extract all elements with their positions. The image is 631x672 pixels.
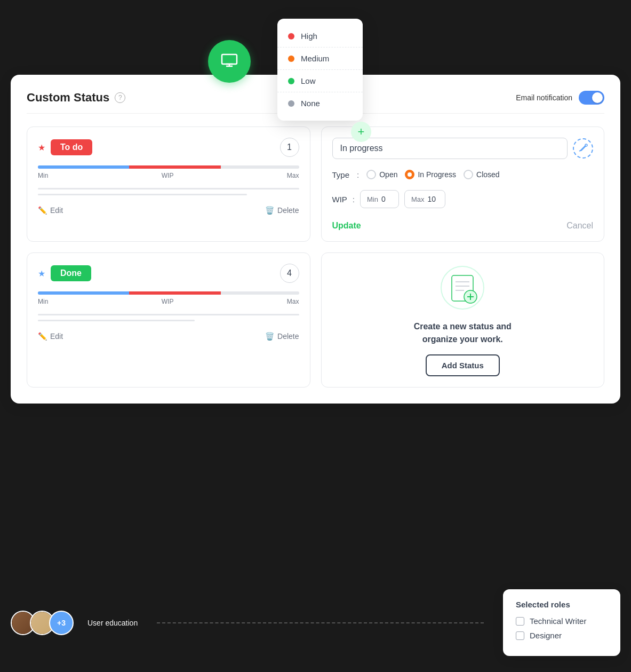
role-label-designer: Designer — [530, 631, 562, 640]
todo-edit-label: Edit — [50, 206, 63, 215]
done-min-label: Min — [38, 298, 48, 305]
page-title: Custom Status — [27, 91, 109, 105]
svg-rect-0 — [222, 54, 237, 64]
wip-max-field: Max 10 — [404, 190, 445, 208]
wip-min-field: Min 0 — [360, 190, 399, 208]
floating-action-button[interactable] — [208, 40, 251, 83]
done-status-card: ★ Done 4 Min WIP Max ✏️ — [27, 252, 310, 388]
type-colon: : — [357, 170, 359, 179]
wip-label: WIP — [332, 195, 347, 204]
wip-max-label: Max — [411, 195, 425, 203]
wip-max-value[interactable]: 10 — [428, 195, 438, 203]
update-button[interactable]: Update — [332, 221, 361, 231]
done-delete-button[interactable]: 🗑️ Delete — [265, 332, 299, 341]
todo-slider-fill — [38, 165, 221, 169]
high-dot — [288, 33, 294, 39]
wip-min-value[interactable]: 0 — [381, 195, 392, 203]
done-count: 4 — [280, 264, 299, 283]
type-closed-option[interactable]: Closed — [464, 170, 500, 179]
type-closed-label: Closed — [476, 170, 500, 179]
delete-icon: 🗑️ — [265, 206, 274, 215]
priority-none-label: None — [301, 99, 320, 108]
done-delete-icon: 🗑️ — [265, 332, 274, 341]
cancel-button[interactable]: Cancel — [566, 221, 593, 231]
done-line-1 — [38, 314, 299, 315]
done-card-footer: ✏️ Edit 🗑️ Delete — [38, 328, 299, 341]
plus-icon: + — [358, 125, 365, 139]
role-item-technical-writer: Technical Writer — [516, 616, 608, 626]
done-card-header: ★ Done 4 — [38, 264, 299, 283]
todo-wip-slider: Min WIP Max — [38, 165, 299, 179]
screen-icon — [220, 50, 239, 73]
todo-edit-button[interactable]: ✏️ Edit — [38, 206, 63, 215]
svg-point-4 — [585, 144, 587, 146]
role-checkbox-technical-writer[interactable] — [516, 617, 524, 626]
type-open-option[interactable]: Open — [366, 170, 397, 179]
role-checkbox-designer[interactable] — [516, 631, 524, 640]
todo-slider-labels: Min WIP Max — [38, 172, 299, 179]
add-status-button[interactable]: Add Status — [426, 354, 500, 376]
done-slider-fill — [38, 291, 221, 295]
priority-item-none[interactable]: None — [277, 92, 363, 114]
priority-dropdown: High Medium Low None — [277, 19, 363, 121]
todo-min-label: Min — [38, 172, 48, 179]
todo-delete-label: Delete — [277, 206, 299, 215]
add-plus-button[interactable]: + — [351, 122, 371, 142]
roles-popup: Selected roles Technical Writer Designer — [503, 589, 620, 656]
priority-item-high[interactable]: High — [277, 25, 363, 48]
main-card: Custom Status ? Email notification ★ To … — [11, 75, 620, 404]
edit-icon-button[interactable] — [573, 138, 593, 159]
info-icon[interactable]: ? — [115, 92, 125, 103]
user-education-label: User education — [87, 619, 138, 627]
priority-item-medium[interactable]: Medium — [277, 48, 363, 70]
status-name-input[interactable] — [332, 138, 568, 159]
avatar-group: +3 — [11, 611, 68, 635]
done-max-label: Max — [287, 298, 299, 305]
avatar-count-badge[interactable]: +3 — [49, 611, 74, 635]
add-status-illustration — [438, 264, 486, 312]
roles-popup-title: Selected roles — [516, 600, 608, 609]
priority-item-low[interactable]: Low — [277, 70, 363, 92]
type-inprogress-option[interactable]: In Progress — [405, 170, 456, 179]
medium-dot — [288, 56, 294, 62]
todo-line-2 — [38, 194, 247, 195]
wip-min-label: Min — [367, 195, 378, 203]
todo-card-left: ★ To do — [38, 139, 92, 155]
type-open-radio[interactable] — [366, 170, 376, 179]
type-open-label: Open — [379, 170, 397, 179]
todo-star-icon[interactable]: ★ — [38, 143, 45, 153]
status-grid: ★ To do 1 Min WIP Max ✏️ — [27, 127, 604, 388]
done-slider-track — [38, 291, 299, 295]
done-badge: Done — [51, 265, 91, 281]
todo-delete-button[interactable]: 🗑️ Delete — [265, 206, 299, 215]
type-inprogress-radio[interactable] — [405, 170, 414, 179]
edit-icon: ✏️ — [38, 206, 47, 215]
email-notification-toggle[interactable] — [579, 91, 604, 105]
priority-medium-label: Medium — [301, 54, 329, 63]
add-status-card: Create a new status andorganize your wor… — [321, 252, 605, 388]
done-edit-button[interactable]: ✏️ Edit — [38, 332, 63, 341]
role-label-technical-writer: Technical Writer — [530, 616, 586, 626]
email-notification-area: Email notification — [516, 91, 604, 105]
type-inprogress-label: In Progress — [418, 170, 456, 179]
done-wip-label: WIP — [162, 298, 174, 305]
toggle-knob — [592, 92, 603, 103]
todo-line-1 — [38, 188, 299, 189]
done-slider-labels: Min WIP Max — [38, 298, 299, 305]
low-dot — [288, 78, 294, 84]
done-star-icon[interactable]: ★ — [38, 268, 45, 279]
type-closed-radio[interactable] — [464, 170, 473, 179]
type-row: Type : Open In Progress Closed — [332, 170, 594, 179]
done-wip-slider: Min WIP Max — [38, 291, 299, 305]
todo-count: 1 — [280, 138, 299, 157]
wip-row: WIP : Min 0 Max 10 — [332, 190, 594, 208]
todo-card-header: ★ To do 1 — [38, 138, 299, 157]
todo-card-footer: ✏️ Edit 🗑️ Delete — [38, 202, 299, 215]
todo-max-label: Max — [287, 172, 299, 179]
type-label: Type — [332, 170, 350, 179]
done-delete-label: Delete — [277, 332, 299, 341]
todo-status-card: ★ To do 1 Min WIP Max ✏️ — [27, 127, 310, 242]
todo-wip-label: WIP — [162, 172, 174, 179]
form-actions: Update Cancel — [332, 221, 594, 231]
edit-form-card: Type : Open In Progress Closed WIP : — [321, 127, 605, 242]
